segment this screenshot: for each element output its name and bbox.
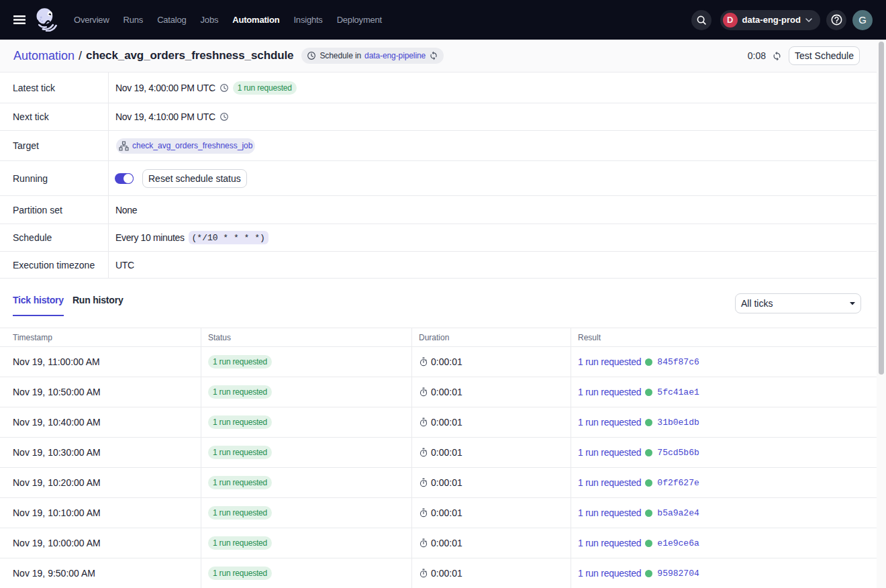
tick-timestamp: Nov 19, 10:30:00 AM (13, 447, 101, 458)
test-schedule-button[interactable]: Test Schedule (789, 46, 860, 65)
tick-duration: 0:00:01 (431, 507, 462, 518)
run-status-dot (645, 419, 652, 426)
run-id-link[interactable]: 95982704 (657, 569, 699, 579)
tick-result-link[interactable]: 1 run requested (578, 447, 641, 458)
run-id-link[interactable]: 5fc41ae1 (657, 387, 699, 397)
clock-icon (307, 51, 316, 60)
reset-schedule-status-button[interactable]: Reset schedule status (142, 169, 247, 188)
timer-icon (419, 448, 428, 457)
tick-status-badge: 1 run requested (208, 476, 272, 489)
table-row: Nov 19, 11:00:00 AM 1 run requested 0:00… (0, 347, 877, 377)
table-row: Nov 19, 10:10:00 AM 1 run requested 0:00… (0, 498, 877, 528)
clock-icon (219, 83, 229, 93)
nav-item-catalog[interactable]: Catalog (157, 15, 186, 25)
breadcrumb-automation-link[interactable]: Automation (13, 49, 75, 63)
tick-result-link[interactable]: 1 run requested (578, 507, 641, 518)
tick-timestamp: Nov 19, 11:00:00 AM (13, 356, 100, 367)
help-button[interactable] (826, 10, 846, 30)
tick-status-badge: 1 run requested (208, 385, 272, 399)
partition-set-value: None (115, 205, 137, 215)
tick-duration: 0:00:01 (431, 538, 462, 548)
search-icon (695, 14, 707, 26)
run-status-dot (645, 540, 652, 547)
run-id-link[interactable]: 31b0e1db (657, 418, 699, 428)
property-row-latest-tick: Latest tick Nov 19, 4:00:00 PM UTC 1 run… (0, 72, 877, 103)
table-row: Nov 19, 9:50:00 AM 1 run requested 0:00:… (0, 558, 877, 588)
run-id-link[interactable]: b5a9a2e4 (657, 508, 699, 518)
tick-status-badge: 1 run requested (208, 567, 272, 580)
table-row: Nov 19, 10:00:00 AM 1 run requested 0:00… (0, 528, 877, 558)
main-nav: Overview Runs Catalog Jobs Automation In… (74, 15, 382, 25)
tab-tick-history[interactable]: Tick history (13, 293, 64, 316)
refresh-icon[interactable] (772, 51, 782, 61)
next-tick-timestamp: Nov 19, 4:10:00 PM UTC (115, 111, 215, 122)
caret-down-icon (850, 302, 855, 305)
refresh-countdown: 0:08 (748, 50, 766, 61)
column-header-status: Status (201, 328, 412, 346)
run-status-dot (645, 570, 652, 577)
tick-result-link[interactable]: 1 run requested (578, 568, 641, 579)
nav-item-overview[interactable]: Overview (74, 15, 109, 25)
tick-filter-select[interactable]: All ticks (735, 293, 861, 313)
reload-repo-icon[interactable] (429, 51, 438, 60)
tick-status-badge: 1 run requested (208, 506, 272, 520)
repo-link[interactable]: data-eng-pipeline (364, 51, 426, 60)
run-status-dot (645, 449, 652, 456)
run-id-link[interactable]: 75cd5b6b (657, 448, 699, 458)
scrollbar-thumb[interactable] (879, 42, 884, 375)
job-sitemap-icon (119, 141, 129, 151)
property-label: Partition set (0, 196, 109, 224)
tick-history-table: Timestamp Status Duration Result Nov 19,… (0, 328, 877, 588)
tick-duration: 0:00:01 (431, 477, 462, 488)
tick-result-link[interactable]: 1 run requested (578, 387, 641, 397)
tick-result-link[interactable]: 1 run requested (578, 477, 641, 488)
tick-result-link[interactable]: 1 run requested (578, 356, 641, 367)
run-id-link[interactable]: 0f2f627e (657, 478, 699, 488)
tick-result-link[interactable]: 1 run requested (578, 538, 641, 548)
page-title: check_avg_orders_freshness_schdule (86, 49, 293, 62)
property-row-next-tick: Next tick Nov 19, 4:10:00 PM UTC (0, 103, 877, 131)
property-label: Schedule (0, 224, 109, 251)
property-label: Latest tick (0, 72, 109, 103)
chevron-down-icon (805, 18, 812, 22)
tab-run-history[interactable]: Run history (72, 293, 124, 316)
nav-item-runs[interactable]: Runs (124, 15, 144, 25)
menu-icon[interactable] (8, 9, 31, 32)
user-avatar[interactable]: G (852, 10, 873, 30)
property-label: Execution timezone (0, 252, 109, 278)
search-button[interactable] (691, 10, 711, 30)
history-tabs: Tick history Run history (13, 293, 124, 316)
tick-timestamp: Nov 19, 10:00:00 AM (13, 538, 101, 548)
page-scrollbar[interactable] (877, 40, 886, 588)
schedule-properties: Latest tick Nov 19, 4:00:00 PM UTC 1 run… (0, 72, 877, 279)
workspace-switcher[interactable]: D data-eng-prod (720, 10, 820, 30)
column-header-result: Result (571, 328, 877, 346)
running-toggle[interactable] (115, 173, 134, 184)
timezone-value: UTC (115, 260, 134, 271)
property-row-partition-set: Partition set None (0, 196, 877, 224)
tick-result-link[interactable]: 1 run requested (578, 417, 641, 428)
run-id-link[interactable]: e1e9ce6a (657, 538, 699, 548)
property-label: Running (0, 161, 109, 195)
target-job-pill[interactable]: check_avg_orders_freshness_job (116, 138, 255, 154)
timer-icon (419, 387, 428, 397)
dagster-octopus-icon (36, 8, 59, 32)
tick-duration: 0:00:01 (431, 568, 462, 579)
tick-status-badge: 1 run requested (208, 355, 272, 369)
run-id-link[interactable]: 845f87c6 (657, 357, 699, 367)
latest-tick-timestamp: Nov 19, 4:00:00 PM UTC (115, 83, 215, 93)
tick-duration: 0:00:01 (431, 356, 462, 367)
help-icon (830, 13, 843, 26)
timer-icon (419, 538, 428, 548)
nav-item-deployment[interactable]: Deployment (337, 15, 382, 25)
property-row-running: Running Reset schedule status (0, 161, 877, 196)
nav-item-jobs[interactable]: Jobs (201, 15, 219, 25)
timer-icon (419, 478, 428, 487)
tick-duration: 0:00:01 (431, 387, 462, 397)
nav-item-automation[interactable]: Automation (232, 15, 279, 25)
cron-badge: (*/10 * * * *) (189, 231, 268, 244)
table-row: Nov 19, 10:20:00 AM 1 run requested 0:00… (0, 468, 877, 498)
nav-item-insights[interactable]: Insights (293, 15, 322, 25)
context-pill-prefix: Schedule in (319, 51, 361, 60)
dagster-logo[interactable] (36, 8, 59, 32)
